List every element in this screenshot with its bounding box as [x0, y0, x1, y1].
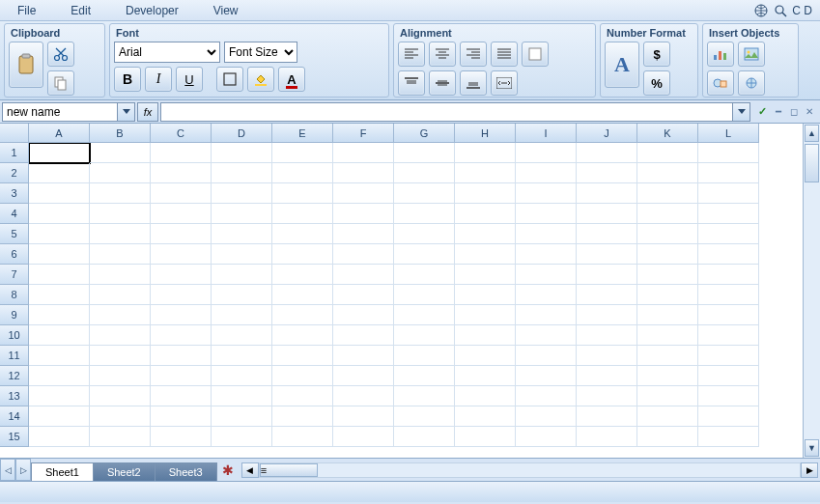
cell[interactable]: [333, 406, 394, 427]
cell[interactable]: [516, 143, 577, 163]
cell[interactable]: [516, 224, 577, 244]
cell[interactable]: [698, 406, 759, 427]
scroll-down-button[interactable]: ▼: [805, 439, 819, 457]
new-sheet-button[interactable]: ✱: [216, 459, 240, 481]
percent-button[interactable]: %: [643, 70, 670, 96]
cell[interactable]: [698, 224, 759, 244]
cell[interactable]: [333, 325, 394, 346]
cell[interactable]: [394, 244, 455, 265]
cell[interactable]: [212, 406, 272, 427]
select-all-corner[interactable]: [0, 124, 29, 143]
row-header[interactable]: 8: [0, 285, 29, 305]
cell[interactable]: [90, 406, 151, 427]
cell[interactable]: [455, 406, 516, 427]
cell[interactable]: [151, 143, 212, 163]
cell[interactable]: [272, 183, 333, 204]
cell[interactable]: [455, 366, 516, 386]
cell[interactable]: [394, 406, 455, 427]
cell[interactable]: [272, 366, 333, 386]
cell[interactable]: [455, 224, 516, 244]
cell[interactable]: [698, 427, 759, 447]
cell[interactable]: [394, 285, 455, 305]
row-header[interactable]: 11: [0, 346, 29, 366]
cell[interactable]: [577, 224, 637, 244]
column-header[interactable]: E: [272, 124, 333, 143]
cell[interactable]: [333, 285, 394, 305]
cell[interactable]: [516, 163, 577, 183]
cell[interactable]: [455, 427, 516, 447]
cell[interactable]: [455, 204, 516, 224]
name-box-dropdown[interactable]: [118, 102, 135, 122]
globe-icon[interactable]: [753, 3, 769, 18]
cell[interactable]: [333, 204, 394, 224]
cell[interactable]: [637, 305, 698, 325]
cell[interactable]: [698, 386, 759, 406]
cell[interactable]: [272, 325, 333, 346]
cell[interactable]: [698, 244, 759, 265]
cell[interactable]: [698, 366, 759, 386]
cell[interactable]: [394, 265, 455, 285]
cell[interactable]: [272, 224, 333, 244]
cell[interactable]: [29, 163, 90, 183]
cell[interactable]: [272, 163, 333, 183]
cell[interactable]: [333, 163, 394, 183]
cell[interactable]: [698, 305, 759, 325]
cell[interactable]: [90, 427, 151, 447]
cell[interactable]: [333, 265, 394, 285]
cell[interactable]: [212, 346, 272, 366]
cell[interactable]: [333, 244, 394, 265]
cell[interactable]: [151, 163, 212, 183]
search-icon[interactable]: [773, 3, 788, 18]
cell[interactable]: [394, 305, 455, 325]
cell[interactable]: [212, 366, 272, 386]
cell[interactable]: [29, 346, 90, 366]
menu-developer[interactable]: Developer: [108, 1, 196, 20]
window-minimize-icon[interactable]: ━: [772, 105, 785, 119]
scroll-up-button[interactable]: ▲: [805, 125, 819, 142]
sheet-tab[interactable]: Sheet2: [93, 462, 156, 481]
cell[interactable]: [272, 427, 333, 447]
cell[interactable]: [637, 285, 698, 305]
row-header[interactable]: 7: [0, 265, 29, 285]
sheet-tab[interactable]: Sheet1: [31, 462, 94, 481]
cell[interactable]: [637, 204, 698, 224]
window-restore-icon[interactable]: ◻: [787, 105, 801, 119]
cell[interactable]: [29, 224, 90, 244]
cell[interactable]: [151, 285, 212, 305]
cell[interactable]: [698, 183, 759, 204]
cell[interactable]: [272, 244, 333, 265]
underline-button[interactable]: U: [176, 67, 203, 92]
cell[interactable]: [29, 204, 90, 224]
font-name-select[interactable]: Arial: [114, 42, 220, 63]
fill-color-button[interactable]: [247, 67, 274, 92]
cell[interactable]: [698, 204, 759, 224]
cell[interactable]: [577, 427, 637, 447]
cell[interactable]: [698, 143, 759, 163]
cell[interactable]: [637, 265, 698, 285]
cell[interactable]: [272, 305, 333, 325]
cell[interactable]: [455, 305, 516, 325]
column-header[interactable]: B: [90, 124, 151, 143]
cell[interactable]: [455, 183, 516, 204]
cells[interactable]: [29, 143, 803, 458]
cell[interactable]: [516, 406, 577, 427]
insert-chart-button[interactable]: [707, 42, 734, 67]
cell[interactable]: [212, 183, 272, 204]
cell[interactable]: [90, 143, 151, 163]
insert-image-button[interactable]: [738, 42, 765, 67]
cell[interactable]: [212, 285, 272, 305]
paste-button[interactable]: [9, 42, 43, 88]
cell[interactable]: [577, 346, 637, 366]
wrap-text-button[interactable]: [522, 42, 549, 67]
column-header[interactable]: D: [212, 124, 272, 143]
cell[interactable]: [516, 346, 577, 366]
cell[interactable]: [455, 325, 516, 346]
cell[interactable]: [516, 183, 577, 204]
cell[interactable]: [333, 366, 394, 386]
cell[interactable]: [90, 346, 151, 366]
row-header[interactable]: 14: [0, 406, 29, 427]
insert-hyperlink-button[interactable]: [738, 70, 765, 96]
cell[interactable]: [637, 366, 698, 386]
valign-bottom-button[interactable]: [460, 70, 487, 96]
column-header[interactable]: H: [455, 124, 516, 143]
